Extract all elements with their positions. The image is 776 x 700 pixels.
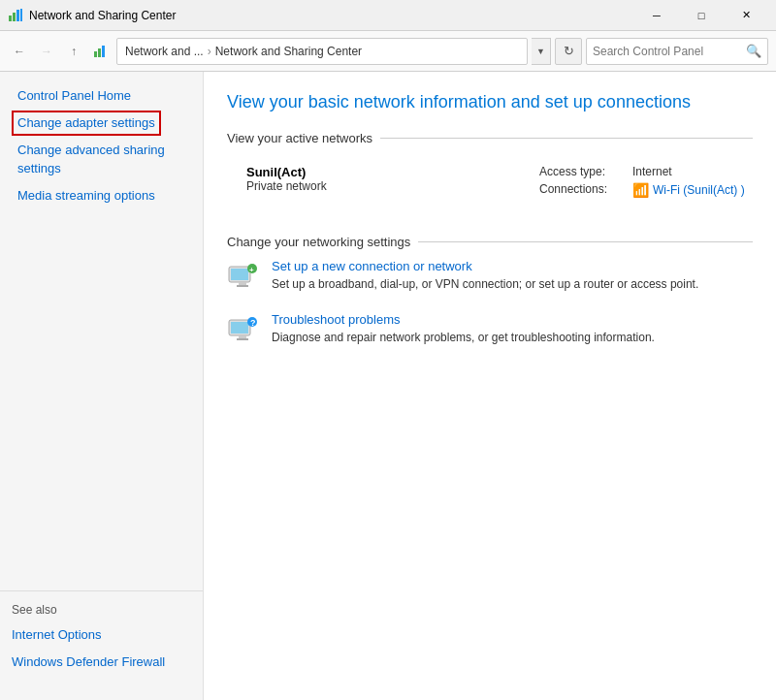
- address-bar: ← → ↑ Network and ... › Network and Shar…: [0, 31, 776, 72]
- up-button[interactable]: ↑: [62, 40, 85, 63]
- address-path[interactable]: Network and ... › Network and Sharing Ce…: [116, 38, 528, 65]
- setup-connection-icon: +: [227, 259, 258, 290]
- connections-row: Connections: 📶 Wi-Fi (Sunil(Act) ): [539, 182, 753, 198]
- active-networks-header: View your active networks: [227, 131, 753, 145]
- sidebar-item-internet-options[interactable]: Internet Options: [12, 622, 191, 648]
- svg-text:+: +: [249, 266, 254, 274]
- wifi-bars-icon: 📶: [632, 182, 649, 198]
- title-bar: Network and Sharing Center ─ □ ✕: [0, 0, 776, 31]
- close-button[interactable]: ✕: [724, 0, 768, 31]
- svg-rect-10: [237, 285, 248, 287]
- troubleshoot-item: ? Troubleshoot problems Diagnose and rep…: [227, 312, 753, 346]
- svg-rect-9: [239, 282, 246, 285]
- svg-rect-14: [231, 322, 248, 334]
- sidebar-item-change-advanced-sharing[interactable]: Change advanced sharing settings: [12, 138, 191, 180]
- setup-connection-content: Set up a new connection or network Set u…: [272, 259, 698, 293]
- svg-rect-5: [98, 48, 101, 57]
- app-icon: [8, 8, 23, 23]
- troubleshoot-link[interactable]: Troubleshoot problems: [272, 312, 655, 327]
- search-box[interactable]: 🔍: [586, 38, 768, 65]
- svg-rect-2: [16, 10, 19, 21]
- svg-rect-6: [102, 46, 105, 57]
- svg-rect-8: [231, 269, 248, 280]
- wifi-connection-link[interactable]: 📶 Wi-Fi (Sunil(Act) ): [632, 182, 745, 198]
- setup-connection-link[interactable]: Set up a new connection or network: [272, 259, 698, 273]
- maximize-button[interactable]: □: [679, 0, 724, 31]
- svg-rect-3: [20, 9, 22, 21]
- window-title: Network and Sharing Center: [29, 9, 634, 22]
- setup-connection-desc: Set up a broadband, dial-up, or VPN conn…: [272, 276, 698, 293]
- troubleshoot-desc: Diagnose and repair network problems, or…: [272, 330, 655, 346]
- content-area: View your basic network information and …: [204, 72, 776, 700]
- forward-button[interactable]: →: [35, 40, 58, 63]
- svg-rect-16: [237, 338, 248, 340]
- page-title: View your basic network information and …: [227, 91, 753, 113]
- network-path-icon: [93, 44, 109, 59]
- main-container: Control Panel Home Change adapter settin…: [0, 72, 776, 700]
- sidebar-item-control-panel-home[interactable]: Control Panel Home: [12, 83, 191, 109]
- access-type-value: Internet: [632, 165, 672, 178]
- svg-rect-4: [94, 51, 97, 57]
- path-segment-2: Network and Sharing Center: [215, 45, 362, 58]
- svg-rect-0: [9, 16, 12, 21]
- sidebar-item-change-adapter-settings[interactable]: Change adapter settings: [12, 111, 161, 136]
- search-input[interactable]: [593, 45, 742, 58]
- access-type-label: Access type:: [539, 165, 627, 178]
- network-identity: Sunil(Act) Private network: [246, 165, 327, 193]
- connections-label: Connections:: [539, 182, 627, 198]
- sidebar-item-media-streaming[interactable]: Media streaming options: [12, 183, 191, 208]
- settings-section: + Set up a new connection or network Set…: [227, 259, 753, 346]
- search-icon: 🔍: [746, 44, 761, 58]
- sidebar: Control Panel Home Change adapter settin…: [0, 72, 204, 700]
- minimize-button[interactable]: ─: [634, 0, 679, 31]
- sidebar-item-windows-firewall[interactable]: Windows Defender Firewall: [12, 650, 191, 675]
- troubleshoot-content: Troubleshoot problems Diagnose and repai…: [272, 312, 655, 346]
- back-button[interactable]: ←: [8, 40, 31, 63]
- window-controls: ─ □ ✕: [634, 0, 768, 31]
- sidebar-see-also: See also Internet Options Windows Defend…: [0, 590, 203, 688]
- path-segment-1: Network and ...: [125, 45, 204, 58]
- troubleshoot-icon: ?: [227, 312, 258, 343]
- svg-rect-1: [13, 13, 16, 21]
- address-dropdown-button[interactable]: ▼: [532, 38, 551, 65]
- settings-header: Change your networking settings: [227, 235, 753, 249]
- access-type-row: Access type: Internet: [539, 165, 753, 178]
- sidebar-nav: Control Panel Home Change adapter settin…: [0, 83, 203, 590]
- refresh-button[interactable]: ↻: [555, 38, 582, 65]
- network-name: Sunil(Act): [246, 165, 327, 179]
- network-card: Sunil(Act) Private network Access type: …: [227, 155, 753, 219]
- connection-name: Wi-Fi (Sunil(Act) ): [653, 183, 745, 197]
- svg-rect-15: [239, 335, 246, 338]
- see-also-label: See also: [12, 603, 191, 617]
- network-info: Access type: Internet Connections: 📶 Wi-…: [539, 165, 753, 202]
- svg-text:?: ?: [250, 318, 256, 328]
- setup-connection-item: + Set up a new connection or network Set…: [227, 259, 753, 293]
- network-type: Private network: [246, 179, 327, 193]
